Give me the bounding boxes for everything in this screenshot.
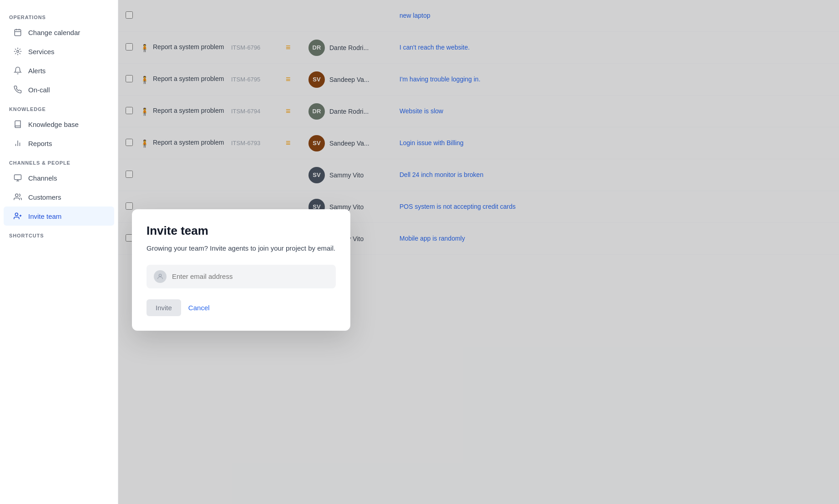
svg-line-7 [15,49,16,50]
svg-rect-16 [15,175,21,180]
cancel-button[interactable]: Cancel [188,304,210,312]
sidebar-item-label: Customers [28,193,61,201]
person-icon [154,270,167,283]
sidebar-section-channels-people: CHANNELS & PEOPLE [0,153,118,168]
bell-icon [13,66,23,76]
svg-line-8 [20,53,20,54]
invite-button[interactable]: Invite [147,299,181,316]
svg-line-11 [15,53,16,54]
sidebar: OPERATIONS Change calendar Services Aler… [0,0,118,504]
sidebar-item-services[interactable]: Services [4,42,114,61]
sidebar-item-channels[interactable]: Channels [4,168,114,187]
calendar-icon [13,27,23,37]
bar-chart-icon [13,138,23,148]
sidebar-item-label: Invite team [28,212,61,220]
email-input-container [147,265,336,288]
svg-point-19 [15,194,18,197]
sidebar-item-label: Change calendar [28,29,80,36]
sidebar-item-change-calendar[interactable]: Change calendar [4,23,114,42]
svg-line-12 [20,49,20,50]
sidebar-item-label: Knowledge base [28,121,79,128]
sidebar-section-shortcuts: SHORTCUTS [0,226,118,241]
monitor-icon [13,173,23,183]
phone-icon [13,85,23,95]
sidebar-item-knowledge-base[interactable]: Knowledge base [4,115,114,134]
modal-description: Growing your team? Invite agents to join… [147,243,336,254]
sidebar-section-knowledge: KNOWLEDGE [0,99,118,115]
sidebar-item-invite-team[interactable]: Invite team [4,207,114,226]
sidebar-section-operations: OPERATIONS [0,7,118,23]
sidebar-item-alerts[interactable]: Alerts [4,61,114,80]
sidebar-item-label: On-call [28,86,50,94]
svg-point-4 [17,50,19,53]
sidebar-item-label: Alerts [28,67,45,75]
email-field[interactable] [172,272,329,280]
invite-team-modal: Invite team Growing your team? Invite ag… [132,209,350,331]
user-plus-icon [13,211,23,221]
sidebar-item-label: Reports [28,140,52,147]
sidebar-item-label: Services [28,48,55,55]
svg-rect-0 [15,30,21,36]
modal-actions: Invite Cancel [147,299,336,316]
sidebar-item-label: Channels [28,174,57,182]
book-icon [13,119,23,129]
sidebar-item-on-call[interactable]: On-call [4,80,114,99]
modal-overlay: Invite team Growing your team? Invite ag… [118,0,839,504]
sidebar-item-customers[interactable]: Customers [4,187,114,207]
svg-point-20 [15,213,18,216]
modal-title: Invite team [147,224,336,238]
svg-point-23 [159,274,161,276]
main-content: new laptop 🧍 Report a system problem ITS… [118,0,839,504]
sidebar-item-reports[interactable]: Reports [4,134,114,153]
services-icon [13,46,23,56]
users-icon [13,192,23,202]
